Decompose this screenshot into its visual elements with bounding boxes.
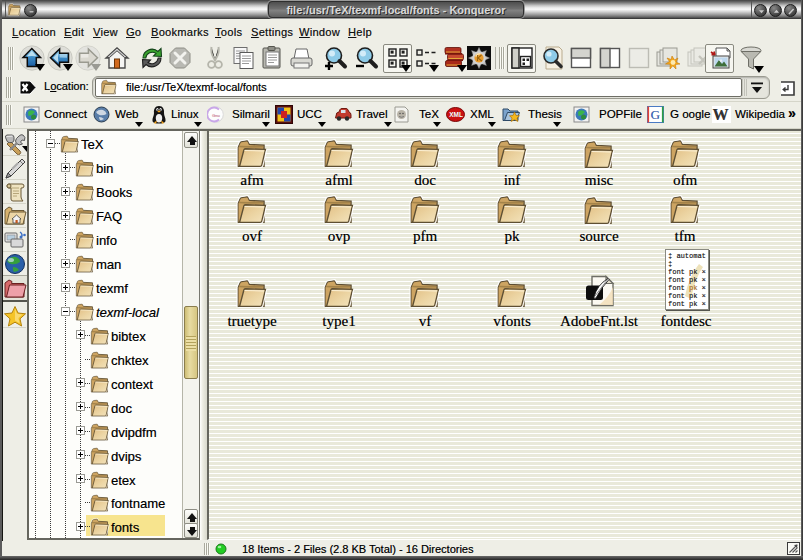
- svg-text:XML: XML: [449, 111, 463, 118]
- svg-text:Gnu: Gnu: [212, 113, 220, 118]
- svg-text:G: G: [650, 107, 659, 122]
- svg-text:W: W: [713, 106, 729, 123]
